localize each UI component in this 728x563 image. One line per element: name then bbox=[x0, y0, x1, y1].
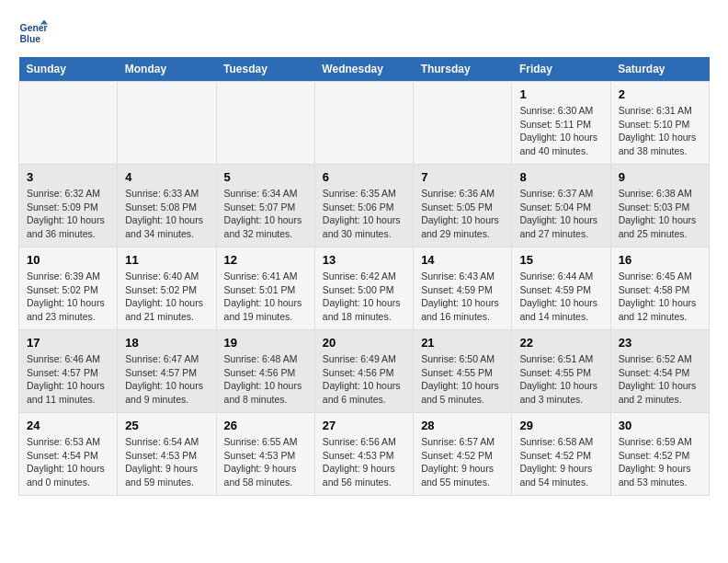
header-day: Tuesday bbox=[216, 57, 314, 82]
day-info: Sunrise: 6:48 AM Sunset: 4:56 PM Dayligh… bbox=[224, 352, 307, 407]
calendar-cell: 24Sunrise: 6:53 AM Sunset: 4:54 PM Dayli… bbox=[19, 413, 118, 496]
day-number: 21 bbox=[421, 336, 504, 350]
day-info: Sunrise: 6:52 AM Sunset: 4:54 PM Dayligh… bbox=[619, 352, 701, 407]
day-info: Sunrise: 6:58 AM Sunset: 4:52 PM Dayligh… bbox=[519, 435, 602, 489]
day-number: 8 bbox=[519, 170, 602, 184]
day-number: 12 bbox=[224, 253, 307, 267]
page-header: General Blue bbox=[18, 18, 710, 48]
calendar-week-row: 24Sunrise: 6:53 AM Sunset: 4:54 PM Dayli… bbox=[19, 413, 710, 496]
calendar-cell: 5Sunrise: 6:34 AM Sunset: 5:07 PM Daylig… bbox=[216, 165, 314, 247]
calendar-cell: 30Sunrise: 6:59 AM Sunset: 4:52 PM Dayli… bbox=[610, 413, 709, 496]
day-number: 10 bbox=[27, 253, 109, 267]
day-info: Sunrise: 6:54 AM Sunset: 4:53 PM Dayligh… bbox=[125, 435, 208, 489]
day-number: 6 bbox=[323, 170, 405, 184]
calendar-cell: 3Sunrise: 6:32 AM Sunset: 5:09 PM Daylig… bbox=[19, 165, 118, 247]
day-info: Sunrise: 6:32 AM Sunset: 5:09 PM Dayligh… bbox=[27, 187, 109, 241]
day-number: 24 bbox=[27, 419, 109, 432]
day-number: 29 bbox=[519, 419, 602, 432]
calendar-cell: 10Sunrise: 6:39 AM Sunset: 5:02 PM Dayli… bbox=[19, 247, 118, 330]
calendar-week-row: 10Sunrise: 6:39 AM Sunset: 5:02 PM Dayli… bbox=[19, 247, 710, 330]
day-number: 13 bbox=[323, 253, 405, 267]
day-info: Sunrise: 6:56 AM Sunset: 4:53 PM Dayligh… bbox=[323, 435, 405, 489]
day-number: 30 bbox=[619, 419, 701, 432]
calendar-cell: 29Sunrise: 6:58 AM Sunset: 4:52 PM Dayli… bbox=[512, 413, 610, 496]
day-number: 18 bbox=[125, 336, 208, 350]
calendar-week-row: 1Sunrise: 6:30 AM Sunset: 5:11 PM Daylig… bbox=[19, 82, 710, 165]
header-day: Monday bbox=[118, 57, 216, 82]
calendar-cell: 1Sunrise: 6:30 AM Sunset: 5:11 PM Daylig… bbox=[512, 82, 610, 165]
calendar-cell: 4Sunrise: 6:33 AM Sunset: 5:08 PM Daylig… bbox=[118, 165, 216, 247]
calendar-cell bbox=[216, 82, 314, 165]
day-number: 20 bbox=[323, 336, 405, 350]
calendar-cell: 16Sunrise: 6:45 AM Sunset: 4:58 PM Dayli… bbox=[610, 247, 709, 330]
header-day: Saturday bbox=[610, 57, 709, 82]
day-info: Sunrise: 6:49 AM Sunset: 4:56 PM Dayligh… bbox=[323, 352, 405, 407]
day-number: 1 bbox=[519, 87, 602, 101]
day-info: Sunrise: 6:41 AM Sunset: 5:01 PM Dayligh… bbox=[224, 270, 307, 324]
calendar-cell: 13Sunrise: 6:42 AM Sunset: 5:00 PM Dayli… bbox=[314, 247, 413, 330]
calendar-cell: 27Sunrise: 6:56 AM Sunset: 4:53 PM Dayli… bbox=[314, 413, 413, 496]
calendar-cell: 23Sunrise: 6:52 AM Sunset: 4:54 PM Dayli… bbox=[610, 330, 709, 413]
calendar-week-row: 17Sunrise: 6:46 AM Sunset: 4:57 PM Dayli… bbox=[19, 330, 710, 413]
calendar-cell: 12Sunrise: 6:41 AM Sunset: 5:01 PM Dayli… bbox=[216, 247, 314, 330]
day-number: 2 bbox=[619, 87, 701, 101]
calendar-cell bbox=[19, 82, 118, 165]
day-info: Sunrise: 6:44 AM Sunset: 4:59 PM Dayligh… bbox=[519, 270, 602, 324]
day-info: Sunrise: 6:47 AM Sunset: 4:57 PM Dayligh… bbox=[125, 352, 208, 407]
calendar-cell: 28Sunrise: 6:57 AM Sunset: 4:52 PM Dayli… bbox=[414, 413, 512, 496]
day-number: 27 bbox=[323, 419, 405, 432]
day-number: 23 bbox=[619, 336, 701, 350]
calendar-cell: 15Sunrise: 6:44 AM Sunset: 4:59 PM Dayli… bbox=[512, 247, 610, 330]
day-info: Sunrise: 6:57 AM Sunset: 4:52 PM Dayligh… bbox=[421, 435, 504, 489]
day-info: Sunrise: 6:55 AM Sunset: 4:53 PM Dayligh… bbox=[224, 435, 307, 489]
day-info: Sunrise: 6:59 AM Sunset: 4:52 PM Dayligh… bbox=[619, 435, 701, 489]
calendar-cell: 6Sunrise: 6:35 AM Sunset: 5:06 PM Daylig… bbox=[314, 165, 413, 247]
calendar-cell: 25Sunrise: 6:54 AM Sunset: 4:53 PM Dayli… bbox=[118, 413, 216, 496]
svg-text:General: General bbox=[20, 23, 48, 33]
header-day: Wednesday bbox=[314, 57, 413, 82]
day-info: Sunrise: 6:38 AM Sunset: 5:03 PM Dayligh… bbox=[619, 187, 701, 241]
day-info: Sunrise: 6:43 AM Sunset: 4:59 PM Dayligh… bbox=[421, 270, 504, 324]
logo: General Blue bbox=[18, 18, 51, 48]
day-number: 9 bbox=[619, 170, 701, 184]
day-info: Sunrise: 6:53 AM Sunset: 4:54 PM Dayligh… bbox=[27, 435, 109, 489]
day-info: Sunrise: 6:42 AM Sunset: 5:00 PM Dayligh… bbox=[323, 270, 405, 324]
calendar-week-row: 3Sunrise: 6:32 AM Sunset: 5:09 PM Daylig… bbox=[19, 165, 710, 247]
calendar-cell: 11Sunrise: 6:40 AM Sunset: 5:02 PM Dayli… bbox=[118, 247, 216, 330]
calendar-cell: 22Sunrise: 6:51 AM Sunset: 4:55 PM Dayli… bbox=[512, 330, 610, 413]
calendar-cell bbox=[118, 82, 216, 165]
day-number: 15 bbox=[519, 253, 602, 267]
header-row: SundayMondayTuesdayWednesdayThursdayFrid… bbox=[19, 57, 710, 82]
calendar-cell: 18Sunrise: 6:47 AM Sunset: 4:57 PM Dayli… bbox=[118, 330, 216, 413]
day-info: Sunrise: 6:33 AM Sunset: 5:08 PM Dayligh… bbox=[125, 187, 208, 241]
day-info: Sunrise: 6:39 AM Sunset: 5:02 PM Dayligh… bbox=[27, 270, 109, 324]
header-day: Friday bbox=[512, 57, 610, 82]
calendar-cell: 26Sunrise: 6:55 AM Sunset: 4:53 PM Dayli… bbox=[216, 413, 314, 496]
svg-marker-2 bbox=[40, 20, 48, 25]
day-number: 17 bbox=[27, 336, 109, 350]
calendar-cell: 2Sunrise: 6:31 AM Sunset: 5:10 PM Daylig… bbox=[610, 82, 709, 165]
day-info: Sunrise: 6:40 AM Sunset: 5:02 PM Dayligh… bbox=[125, 270, 208, 324]
calendar-cell: 19Sunrise: 6:48 AM Sunset: 4:56 PM Dayli… bbox=[216, 330, 314, 413]
day-number: 16 bbox=[619, 253, 701, 267]
day-number: 25 bbox=[125, 419, 208, 432]
day-number: 22 bbox=[519, 336, 602, 350]
day-info: Sunrise: 6:31 AM Sunset: 5:10 PM Dayligh… bbox=[619, 104, 701, 158]
calendar-cell: 21Sunrise: 6:50 AM Sunset: 4:55 PM Dayli… bbox=[414, 330, 512, 413]
day-info: Sunrise: 6:45 AM Sunset: 4:58 PM Dayligh… bbox=[619, 270, 701, 324]
day-info: Sunrise: 6:35 AM Sunset: 5:06 PM Dayligh… bbox=[323, 187, 405, 241]
calendar-cell: 14Sunrise: 6:43 AM Sunset: 4:59 PM Dayli… bbox=[414, 247, 512, 330]
day-info: Sunrise: 6:46 AM Sunset: 4:57 PM Dayligh… bbox=[27, 352, 109, 407]
logo-icon: General Blue bbox=[18, 18, 48, 48]
day-number: 5 bbox=[224, 170, 307, 184]
day-number: 19 bbox=[224, 336, 307, 350]
day-info: Sunrise: 6:34 AM Sunset: 5:07 PM Dayligh… bbox=[224, 187, 307, 241]
calendar-cell: 8Sunrise: 6:37 AM Sunset: 5:04 PM Daylig… bbox=[512, 165, 610, 247]
day-info: Sunrise: 6:51 AM Sunset: 4:55 PM Dayligh… bbox=[519, 352, 602, 407]
day-number: 3 bbox=[27, 170, 109, 184]
day-info: Sunrise: 6:37 AM Sunset: 5:04 PM Dayligh… bbox=[519, 187, 602, 241]
day-number: 26 bbox=[224, 419, 307, 432]
calendar-cell bbox=[314, 82, 413, 165]
day-number: 4 bbox=[125, 170, 208, 184]
svg-text:Blue: Blue bbox=[20, 34, 41, 44]
